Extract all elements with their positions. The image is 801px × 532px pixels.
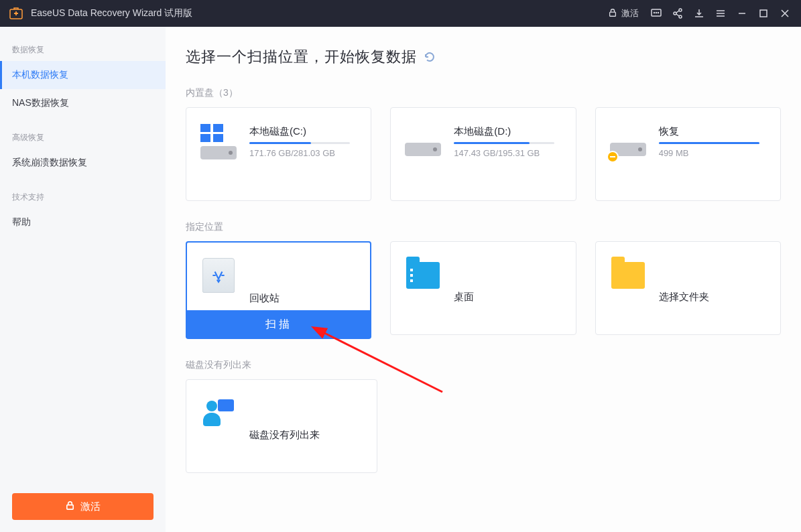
disk-name: 本地磁盘(C:): [249, 125, 350, 138]
svg-rect-10: [67, 505, 73, 510]
warning-icon: [607, 151, 619, 163]
disk-icon: [200, 123, 237, 160]
sidebar-item-local-recovery[interactable]: 本机数据恢复: [0, 61, 166, 89]
svg-point-5: [658, 13, 659, 13]
disk-usage-bar: [454, 142, 530, 144]
support-person-icon: [200, 395, 237, 432]
sidebar-item-crash-recovery[interactable]: 系统崩溃数据恢复: [0, 149, 166, 177]
sidebar-item-nas-recovery[interactable]: NAS数据恢复: [0, 89, 166, 117]
titlebar-activate-button[interactable]: 激活: [601, 7, 645, 19]
sidebar: 数据恢复 本机数据恢复 NAS数据恢复 高级恢复 系统崩溃数据恢复 技术支持 帮…: [0, 27, 166, 532]
sidebar-section-title: 技术支持: [0, 186, 166, 208]
disk-usage-bar: [659, 142, 759, 144]
page-title: 选择一个扫描位置，开始恢复数据: [186, 47, 417, 67]
disk-usage-text: 147.43 GB/195.31 GB: [454, 148, 554, 158]
disk-missing-card[interactable]: 磁盘没有列出来: [186, 379, 377, 473]
svg-point-7: [674, 12, 676, 15]
lock-icon: [65, 501, 75, 513]
disk-name: 恢复: [659, 125, 759, 138]
location-card-select-folder[interactable]: 选择文件夹: [595, 241, 781, 335]
download-icon[interactable]: [688, 0, 710, 27]
activate-button-label: 激活: [80, 501, 101, 513]
titlebar: EaseUS Data Recovery Wizard 试用版 激活: [0, 0, 801, 27]
feedback-icon[interactable]: [645, 0, 667, 27]
sidebar-section-title: 高级恢复: [0, 127, 166, 149]
location-name: 选择文件夹: [659, 291, 709, 304]
titlebar-activate-label: 激活: [621, 7, 639, 19]
disk-name: 本地磁盘(D:): [454, 125, 554, 138]
svg-rect-9: [760, 10, 767, 17]
sidebar-item-help[interactable]: 帮助: [0, 208, 166, 237]
section-label-disk-missing: 磁盘没有列出来: [186, 359, 781, 371]
app-logo-icon: [9, 7, 23, 20]
disk-usage-text: 171.76 GB/281.03 GB: [249, 148, 350, 158]
svg-rect-1: [610, 12, 616, 16]
disk-card-recovery[interactable]: 恢复 499 MB: [595, 107, 781, 201]
activate-button[interactable]: 激活: [12, 493, 153, 520]
main-panel: 选择一个扫描位置，开始恢复数据 内置盘（3） 本地磁盘(C:) 171.76 G…: [166, 27, 801, 532]
svg-point-3: [654, 13, 655, 13]
disk-usage-bar: [249, 142, 311, 144]
share-icon[interactable]: [667, 0, 688, 27]
section-label-internal-disks: 内置盘（3）: [186, 87, 781, 99]
recycle-bin-icon: [200, 257, 237, 294]
location-name: 回收站: [249, 292, 280, 305]
svg-point-4: [656, 13, 657, 13]
disk-usage-text: 499 MB: [659, 148, 759, 158]
disk-missing-text: 磁盘没有列出来: [249, 429, 320, 442]
svg-point-6: [679, 9, 682, 11]
folder-icon: [609, 257, 647, 294]
location-name: 桌面: [454, 291, 474, 304]
scan-button[interactable]: 扫描: [186, 310, 371, 338]
app-title: EaseUS Data Recovery Wizard 试用版: [31, 7, 192, 19]
minimize-icon[interactable]: [731, 0, 753, 27]
maximize-icon[interactable]: [753, 0, 774, 27]
section-label-specify-location: 指定位置: [186, 221, 781, 233]
sidebar-section-title: 数据恢复: [0, 39, 166, 61]
disk-card-d[interactable]: 本地磁盘(D:) 147.43 GB/195.31 GB: [390, 107, 576, 201]
menu-icon[interactable]: [710, 0, 731, 27]
folder-icon: [404, 257, 442, 294]
location-card-recycle-bin[interactable]: 回收站 扫描: [186, 241, 371, 339]
disk-icon: [404, 123, 442, 160]
location-card-desktop[interactable]: 桌面: [390, 241, 576, 335]
lock-icon: [608, 8, 617, 19]
refresh-icon[interactable]: [424, 51, 436, 63]
svg-point-8: [679, 15, 682, 18]
disk-card-c[interactable]: 本地磁盘(C:) 171.76 GB/281.03 GB: [186, 107, 371, 201]
disk-icon: [609, 123, 647, 160]
close-icon[interactable]: [774, 0, 796, 27]
